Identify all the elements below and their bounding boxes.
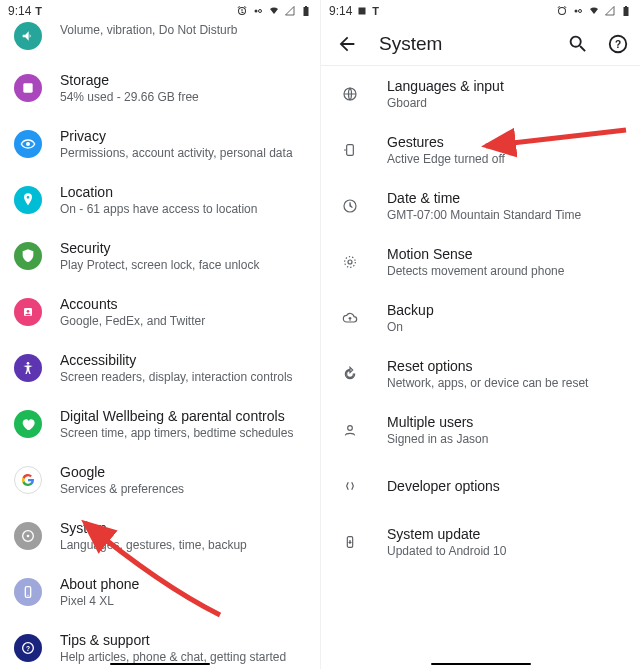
motionsense-icon (339, 251, 361, 273)
item-subtitle: On (387, 320, 626, 336)
svg-point-6 (27, 362, 30, 365)
settings-item-google[interactable]: Google Services & preferences (0, 452, 320, 508)
battery-icon (620, 5, 632, 17)
alarm-icon (236, 5, 248, 17)
svg-rect-2 (23, 83, 32, 92)
svg-point-8 (27, 535, 30, 538)
storage-icon (14, 74, 42, 102)
battery-icon (300, 5, 312, 17)
user-icon (339, 419, 361, 441)
settings-main-pane: 9:14 T Volume, vibration, Do Not Disturb… (0, 0, 320, 669)
item-title: Security (60, 239, 306, 257)
settings-list[interactable]: Volume, vibration, Do Not Disturb Storag… (0, 22, 320, 669)
status-bar: 9:14 T (321, 0, 640, 22)
item-subtitle: Updated to Android 10 (387, 544, 626, 560)
status-icon-app2: T (372, 5, 379, 17)
svg-point-14 (575, 10, 578, 13)
system-item-languages[interactable]: Languages & input Gboard (321, 66, 640, 122)
item-subtitle: Signed in as Jason (387, 432, 626, 448)
nav-indicator (431, 663, 531, 665)
item-title: Storage (60, 71, 306, 89)
svg-rect-19 (347, 145, 354, 156)
status-icon-app: T (35, 5, 42, 17)
about-icon (14, 578, 42, 606)
wellbeing-icon (14, 410, 42, 438)
system-item-multiusers[interactable]: Multiple users Signed in as Jason (321, 402, 640, 458)
item-subtitle: GMT-07:00 Mountain Standard Time (387, 208, 626, 224)
item-subtitle: Gboard (387, 96, 626, 112)
accounts-icon (14, 298, 42, 326)
privacy-icon (14, 130, 42, 158)
item-title: Developer options (387, 477, 626, 495)
svg-point-1 (259, 10, 262, 13)
backup-icon (339, 307, 361, 329)
wifi-icon (588, 5, 600, 17)
item-subtitle: Google, FedEx, and Twitter (60, 314, 306, 330)
help-button[interactable]: ? (606, 32, 630, 56)
item-title: Accounts (60, 295, 306, 313)
settings-item-location[interactable]: Location On - 61 apps have access to loc… (0, 172, 320, 228)
system-item-datetime[interactable]: Date & time GMT-07:00 Mountain Standard … (321, 178, 640, 234)
settings-item-system[interactable]: System Languages, gestures, time, backup (0, 508, 320, 564)
system-item-gestures[interactable]: Gestures Active Edge turned off (321, 122, 640, 178)
item-title: System (60, 519, 306, 537)
search-button[interactable] (566, 32, 590, 56)
item-title: Accessibility (60, 351, 306, 369)
item-subtitle: Screen readers, display, interaction con… (60, 370, 306, 386)
svg-point-23 (348, 426, 353, 431)
system-item-reset[interactable]: Reset options Network, apps, or device c… (321, 346, 640, 402)
google-icon (14, 466, 42, 494)
gestures-icon (339, 139, 361, 161)
developer-icon (339, 475, 361, 497)
settings-item-about[interactable]: About phone Pixel 4 XL (0, 564, 320, 620)
alarm-icon (556, 5, 568, 17)
app-bar: System ? (321, 22, 640, 66)
svg-point-3 (26, 142, 30, 146)
settings-system-pane: 9:14 T System ? Lang (320, 0, 640, 669)
system-item-developer[interactable]: Developer options (321, 458, 640, 514)
settings-item-sound[interactable]: Volume, vibration, Do Not Disturb (0, 22, 320, 60)
settings-item-accessibility[interactable]: Accessibility Screen readers, display, i… (0, 340, 320, 396)
system-item-backup[interactable]: Backup On (321, 290, 640, 346)
item-title: Backup (387, 301, 626, 319)
item-title: Date & time (387, 189, 626, 207)
nav-indicator (110, 663, 210, 665)
signal-icon (284, 5, 296, 17)
status-time: 9:14 (329, 4, 352, 18)
sound-icon (14, 22, 42, 50)
globe-icon (339, 83, 361, 105)
svg-text:?: ? (26, 645, 30, 652)
nfc-icon (572, 5, 584, 17)
item-subtitle: Languages, gestures, time, backup (60, 538, 306, 554)
svg-text:?: ? (615, 38, 621, 49)
item-subtitle: Network, apps, or device can be reset (387, 376, 626, 392)
item-subtitle: Permissions, account activity, personal … (60, 146, 306, 162)
item-title: Languages & input (387, 77, 626, 95)
wifi-icon (268, 5, 280, 17)
item-title: Digital Wellbeing & parental controls (60, 407, 306, 425)
status-icon-app (356, 5, 368, 17)
item-title: Gestures (387, 133, 626, 151)
settings-item-wellbeing[interactable]: Digital Wellbeing & parental controls Sc… (0, 396, 320, 452)
item-title: Privacy (60, 127, 306, 145)
system-list[interactable]: Languages & input Gboard Gestures Active… (321, 66, 640, 669)
item-title: Location (60, 183, 306, 201)
item-title: Google (60, 463, 306, 481)
update-icon (339, 531, 361, 553)
settings-item-privacy[interactable]: Privacy Permissions, account activity, p… (0, 116, 320, 172)
svg-point-22 (345, 257, 356, 268)
item-subtitle: On - 61 apps have access to location (60, 202, 306, 218)
signal-icon (604, 5, 616, 17)
svg-point-15 (579, 10, 582, 13)
svg-point-5 (27, 310, 30, 313)
item-subtitle: Pixel 4 XL (60, 594, 306, 610)
settings-item-storage[interactable]: Storage 54% used - 29.66 GB free (0, 60, 320, 116)
settings-item-accounts[interactable]: Accounts Google, FedEx, and Twitter (0, 284, 320, 340)
back-button[interactable] (335, 32, 359, 56)
item-title: About phone (60, 575, 306, 593)
settings-item-security[interactable]: Security Play Protect, screen lock, face… (0, 228, 320, 284)
system-item-update[interactable]: System update Updated to Android 10 (321, 514, 640, 570)
system-item-motionsense[interactable]: Motion Sense Detects movement around pho… (321, 234, 640, 290)
settings-item-tips[interactable]: ? Tips & support Help articles, phone & … (0, 620, 320, 669)
clock-icon (339, 195, 361, 217)
